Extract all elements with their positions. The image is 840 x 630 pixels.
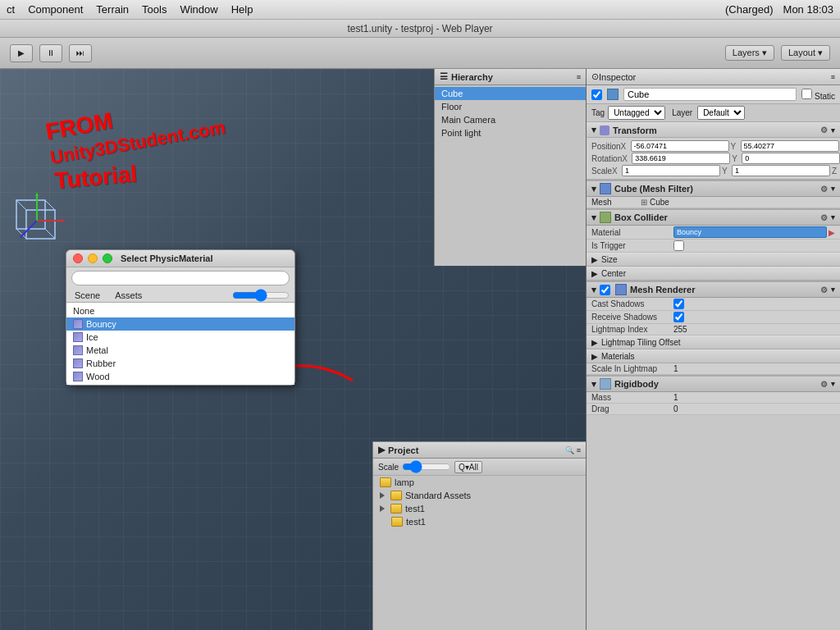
hierarchy-item-cube[interactable]: Cube <box>435 87 586 100</box>
transform-menu-icon[interactable]: ▾ <box>831 126 835 135</box>
mesh-renderer-gear-icon[interactable]: ⚙ <box>820 285 828 294</box>
rotation-x-input[interactable] <box>632 153 730 164</box>
static-label: Static <box>801 89 835 101</box>
step-button[interactable]: ⏭ <box>69 44 92 62</box>
svg-line-5 <box>45 229 55 239</box>
scale-x-input[interactable] <box>622 165 720 176</box>
rigidbody-title: Rigidbody <box>614 379 659 389</box>
dialog-zoom-button[interactable] <box>103 253 112 263</box>
transform-icon <box>600 126 609 135</box>
transform-gear-icon[interactable]: ⚙ <box>820 126 828 135</box>
is-trigger-checkbox[interactable] <box>673 240 684 251</box>
box-collider-icon <box>600 212 611 223</box>
dialog-item-ice[interactable]: Ice <box>66 331 294 344</box>
wood-material-icon <box>73 372 83 381</box>
project-item-test1-b[interactable]: test1 <box>373 515 586 528</box>
hierarchy-item-camera[interactable]: Main Camera <box>435 113 586 126</box>
inspector-panel: ⊙ Inspector ≡ Static Tag Untagged Layer … <box>586 69 840 630</box>
hierarchy-item-light[interactable]: Point light <box>435 126 586 139</box>
clock: Mon 18:03 <box>783 3 833 16</box>
rigidbody-gear-icon[interactable]: ⚙ <box>820 380 828 389</box>
battery-status: (Charged) <box>725 3 774 16</box>
position-row: Position X Y Z <box>591 140 835 152</box>
mesh-filter-gear-icon[interactable]: ⚙ <box>820 185 828 194</box>
hierarchy-header: ☰ Hierarchy ≡ <box>435 69 586 85</box>
rotation-y-input[interactable] <box>742 153 840 164</box>
size-foldout[interactable]: ▶ Size <box>587 253 840 267</box>
project-search-btn[interactable]: 🔍 <box>565 446 574 454</box>
hierarchy-item-floor[interactable]: Floor <box>435 100 586 113</box>
scale-y-input[interactable] <box>732 165 830 176</box>
dialog-size-slider[interactable] <box>232 289 290 302</box>
object-active-checkbox[interactable] <box>591 89 602 100</box>
project-search-input[interactable]: Q▾All <box>454 461 482 473</box>
center-foldout[interactable]: ▶ Center <box>587 267 840 281</box>
menu-item-terrain[interactable]: Terrain <box>96 3 129 16</box>
box-collider-header[interactable]: ▾ Box Collider ⚙ ▾ <box>587 208 840 226</box>
receive-shadows-checkbox[interactable] <box>673 312 684 322</box>
layout-dropdown[interactable]: Layout ▾ <box>781 45 830 61</box>
svg-line-2 <box>16 200 26 210</box>
project-header: ▶ Project 🔍 ≡ <box>373 442 586 459</box>
test1-a-folder-icon <box>390 504 402 514</box>
dialog-item-wood[interactable]: Wood <box>66 370 294 383</box>
dialog-item-metal[interactable]: Metal <box>66 344 294 357</box>
dialog-scene-tab[interactable]: Scene <box>71 289 103 302</box>
cast-shadows-checkbox[interactable] <box>673 299 684 309</box>
hierarchy-options[interactable]: ≡ <box>577 73 581 81</box>
menu-item-component[interactable]: Component <box>28 3 83 16</box>
cube-type-icon <box>607 89 619 100</box>
project-item-lamp[interactable]: lamp <box>373 476 586 489</box>
dialog-item-none[interactable]: None <box>66 304 294 317</box>
layer-select[interactable]: Default <box>697 106 745 120</box>
rigidbody-menu-icon[interactable]: ▾ <box>831 380 835 388</box>
dialog-minimize-button[interactable] <box>88 253 98 263</box>
mesh-renderer-enabled-checkbox[interactable] <box>600 285 610 295</box>
project-options[interactable]: ≡ <box>577 446 581 454</box>
project-scale-slider[interactable] <box>402 460 451 473</box>
project-item-standard-assets[interactable]: Standard Assets <box>373 489 586 502</box>
static-checkbox[interactable] <box>801 89 812 99</box>
box-collider-menu-icon[interactable]: ▾ <box>831 213 835 221</box>
pause-button[interactable]: ⏸ <box>39 44 62 62</box>
transform-section-header[interactable]: ▾ Transform ⚙ ▾ <box>587 122 840 138</box>
ice-material-icon <box>73 332 83 342</box>
tag-select[interactable]: Untagged <box>608 106 665 120</box>
standard-assets-folder-icon <box>390 491 402 500</box>
position-x-input[interactable] <box>631 140 729 152</box>
play-button[interactable]: ▶ <box>10 44 33 62</box>
mesh-renderer-menu-icon[interactable]: ▾ <box>831 285 835 294</box>
project-scale-label: Scale <box>378 463 399 472</box>
dialog-item-bouncy[interactable]: Bouncy <box>66 317 294 331</box>
svg-line-3 <box>45 200 55 210</box>
main-content: FROM Unity3DStudent.com Tutorial ☰ Hiera… <box>0 69 840 630</box>
dialog-list: None Bouncy Ice Metal Rubber <box>66 303 294 385</box>
scale-in-lightmap-label: Scale In Lightmap <box>591 364 673 373</box>
scene-view[interactable]: FROM Unity3DStudent.com Tutorial ☰ Hiera… <box>0 69 586 630</box>
mesh-renderer-header[interactable]: ▾ Mesh Renderer ⚙ ▾ <box>587 281 840 298</box>
materials-foldout[interactable]: ▶ Materials <box>587 349 840 363</box>
rigidbody-header[interactable]: ▾ Rigidbody ⚙ ▾ <box>587 375 840 392</box>
dialog-assets-tab[interactable]: Assets <box>112 289 145 302</box>
box-collider-gear-icon[interactable]: ⚙ <box>820 213 828 222</box>
tag-layer-row: Tag Untagged Layer Default <box>587 104 840 122</box>
menu-item-tools[interactable]: Tools <box>142 3 167 16</box>
dialog-item-rubber[interactable]: Rubber <box>66 357 294 370</box>
menu-item-ct[interactable]: ct <box>7 3 15 16</box>
mesh-filter-menu-icon[interactable]: ▾ <box>831 185 835 193</box>
dialog-close-button[interactable] <box>73 253 83 263</box>
layers-dropdown[interactable]: Layers ▾ <box>725 45 774 61</box>
mesh-filter-header[interactable]: ▾ Cube (Mesh Filter) ⚙ ▾ <box>587 180 840 197</box>
project-toolbar: Scale Q▾All <box>373 459 586 476</box>
inspector-options[interactable]: ≡ <box>831 73 835 81</box>
transform-title: Transform <box>613 126 657 135</box>
project-list: lamp Standard Assets test1 test1 <box>373 476 586 528</box>
object-name-input[interactable] <box>623 88 797 101</box>
receive-shadows-label: Receive Shadows <box>591 313 673 322</box>
lightmap-tiling-foldout[interactable]: ▶ Lightmap Tiling Offset <box>587 336 840 349</box>
menu-item-help[interactable]: Help <box>231 3 253 16</box>
menu-item-window[interactable]: Window <box>180 3 217 16</box>
dialog-search-input[interactable] <box>71 271 290 285</box>
project-item-test1-a[interactable]: test1 <box>373 502 586 515</box>
position-y-input[interactable] <box>741 140 839 152</box>
